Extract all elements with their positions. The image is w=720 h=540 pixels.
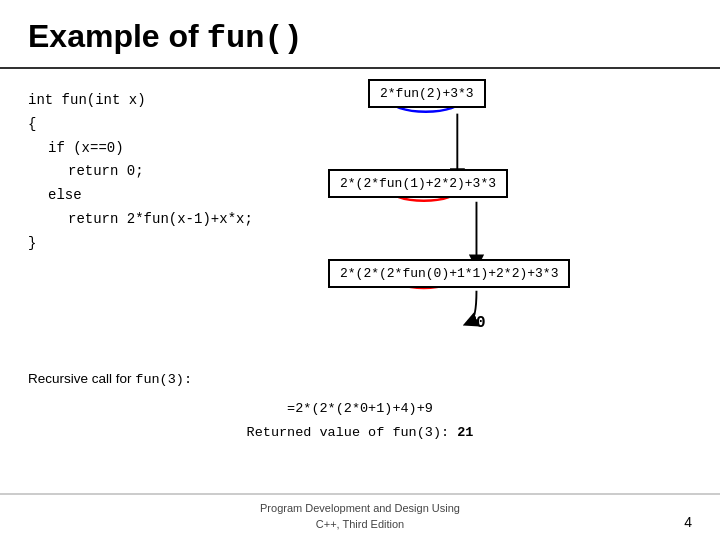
footer: Program Development and Design UsingC++,…: [0, 493, 720, 532]
result-line-1: =2*(2*(2*0+1)+4)+9: [28, 397, 692, 421]
recursive-prefix: Recursive call for: [28, 371, 132, 386]
code-line-5: else: [28, 184, 308, 208]
result-line-2: Returned value of fun(3): 21: [28, 421, 692, 445]
recursive-call-line: Recursive call for fun(3):: [0, 369, 720, 389]
title-prefix: Example of: [28, 18, 199, 55]
code-line-7: }: [28, 232, 308, 256]
diagram-area: 2*fun(2)+3*3 2*(2*fun(1)+2*2)+3*3 2*(2*(…: [328, 79, 692, 359]
zero-label: 0: [476, 314, 486, 332]
result-value: 21: [457, 425, 473, 440]
result-area: =2*(2*(2*0+1)+4)+9 Returned value of fun…: [0, 389, 720, 446]
code-line-1: int fun(int x): [28, 89, 308, 113]
code-line-4: return 0;: [28, 160, 308, 184]
title-area: Example of fun(): [0, 0, 720, 69]
recursive-code: fun(3):: [135, 372, 192, 387]
diagram-box1: 2*fun(2)+3*3: [368, 79, 486, 108]
footer-text: Program Development and Design UsingC++,…: [260, 501, 460, 532]
diagram-box2: 2*(2*fun(1)+2*2)+3*3: [328, 169, 508, 198]
title-code: fun(): [207, 20, 303, 57]
page-number: 4: [684, 514, 692, 530]
code-line-3: if (x==0): [28, 137, 308, 161]
code-line-2: {: [28, 113, 308, 137]
diagram-box3: 2*(2*(2*fun(0)+1*1)+2*2)+3*3: [328, 259, 570, 288]
code-block: int fun(int x) { if (x==0) return 0; els…: [28, 79, 308, 359]
code-line-6: return 2*fun(x-1)+x*x;: [28, 208, 308, 232]
result-line-2-prefix: Returned value of fun(3):: [247, 425, 458, 440]
